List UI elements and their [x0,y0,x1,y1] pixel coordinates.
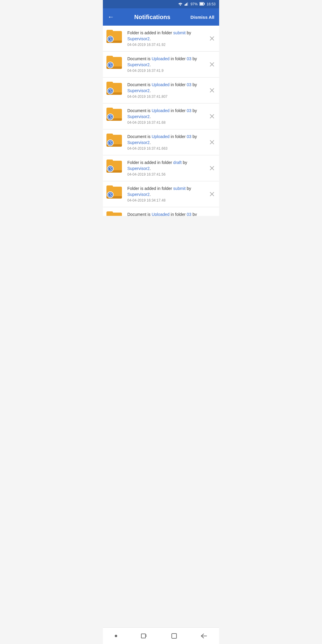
notification-highlight-text: 03 [187,212,191,216]
signal-icon [185,2,189,7]
notification-timestamp: 04-04-2019 16:37:41.56 [127,172,207,177]
notification-message: Document is Uploaded in folder 03 by Sup… [127,82,207,94]
back-button[interactable]: ← [108,13,114,21]
wifi-icon [178,2,183,7]
notification-message: Document is Uploaded in folder 03 by Sup… [127,56,207,68]
notification-folder-icon [106,185,124,203]
app-header: ← Notifications Dismiss All [103,8,219,26]
notification-content: Folder is added in folder draft by Super… [127,160,216,177]
notification-timestamp: 04-04-2019 16:37:41.663 [127,146,207,151]
svg-rect-0 [185,4,185,6]
notification-timestamp: 04-04-2019 16:37:41.68 [127,120,207,125]
notification-highlight-text: Supervisor2 [127,166,150,171]
notification-folder-icon [106,211,124,216]
notification-item: Folder is added in folder draft by Super… [103,155,219,181]
notification-timestamp: 04-04-2019 16:37:41.92 [127,43,207,47]
time-display: 16:53 [207,2,216,6]
notification-highlight-text: Uploaded [152,212,170,216]
notification-highlight-text: 03 [187,134,191,139]
notification-message: Document is Uploaded in folder 03 by Sup… [127,212,207,216]
notification-content: Document is Uploaded in folder 03 by Sup… [127,108,216,125]
notification-highlight-text: Supervisor2 [127,140,150,145]
notification-message: Folder is added in folder submit by Supe… [127,30,207,42]
notification-dismiss-button[interactable] [208,87,216,94]
notification-content: Document is Uploaded in folder 03 by Sup… [127,56,216,73]
notification-items-container: Folder is added in folder submit by Supe… [103,26,219,216]
svg-line-19 [110,91,111,92]
svg-rect-2 [186,3,187,6]
battery-icon [199,2,205,7]
svg-line-39 [110,195,111,196]
notification-content: Folder is added in folder submit by Supe… [127,30,216,47]
dismiss-all-button[interactable]: Dismiss All [191,15,214,20]
notification-item: Folder is added in folder submit by Supe… [103,181,219,207]
notification-highlight-text: Supervisor2 [127,62,150,67]
notification-message: Folder is added in folder submit by Supe… [127,186,207,197]
notification-content: Folder is added in folder submit by Supe… [127,186,216,202]
notification-highlight-text: Supervisor2 [127,114,150,119]
notification-list: Folder is added in folder submit by Supe… [103,26,219,216]
notification-content: Document is Uploaded in folder 03 by Sup… [127,82,216,99]
svg-rect-5 [204,3,205,4]
notification-highlight-text: submit [173,30,185,35]
svg-rect-6 [200,3,203,5]
notification-content: Document is Uploaded in folder 03 by Sup… [127,212,216,216]
notification-highlight-text: Uploaded [152,56,170,61]
battery-text: 97% [191,2,198,6]
notification-highlight-text: Supervisor2 [127,88,150,93]
notification-item: Document is Uploaded in folder 03 by Sup… [103,78,219,103]
notification-dismiss-button[interactable] [208,165,216,172]
notification-folder-icon [106,82,124,99]
status-bar: 97% 16:53 [103,0,219,8]
notification-item: Document is Uploaded in folder 03 by Sup… [103,207,219,216]
notification-highlight-text: 03 [187,82,191,87]
notification-timestamp: 04-04-2019 16:34:17.48 [127,198,207,202]
notification-timestamp: 04-04-2019 16:37:41.9 [127,69,207,73]
notification-timestamp: 04-04-2019 16:37:41.807 [127,95,207,99]
svg-rect-3 [187,2,188,6]
notification-folder-icon [106,56,124,73]
notification-dismiss-button[interactable] [208,113,216,120]
notification-highlight-text: Supervisor2 [127,36,150,41]
page-title: Notifications [114,14,191,21]
notification-folder-icon [106,30,124,47]
notification-highlight-text: submit [173,186,185,191]
notification-item: Document is Uploaded in folder 03 by Sup… [103,52,219,78]
notification-highlight-text: 03 [187,108,191,113]
notification-item: Document is Uploaded in folder 03 by Sup… [103,103,219,129]
notification-highlight-text: 03 [187,56,191,61]
notification-dismiss-button[interactable] [208,139,216,146]
notification-dismiss-button[interactable] [208,35,216,42]
notification-message: Folder is added in folder draft by Super… [127,160,207,171]
svg-line-29 [110,143,111,144]
svg-line-14 [110,65,111,66]
notification-highlight-text: draft [173,160,182,165]
notification-message: Document is Uploaded in folder 03 by Sup… [127,134,207,145]
notification-dismiss-button[interactable] [208,61,216,68]
notification-item: Folder is added in folder submit by Supe… [103,26,219,52]
notification-item: Document is Uploaded in folder 03 by Sup… [103,129,219,155]
notification-dismiss-button[interactable] [208,191,216,198]
notification-highlight-text: Supervisor2 [127,192,150,197]
svg-rect-1 [185,4,186,6]
notification-folder-icon [106,160,124,177]
notification-folder-icon [106,134,124,151]
svg-line-34 [110,169,111,170]
notification-highlight-text: Uploaded [152,108,170,113]
notification-content: Document is Uploaded in folder 03 by Sup… [127,134,216,151]
svg-line-24 [110,117,111,118]
notification-folder-icon [106,108,124,125]
notification-highlight-text: Uploaded [152,134,170,139]
notification-highlight-text: Uploaded [152,82,170,87]
svg-line-9 [110,39,111,40]
notification-message: Document is Uploaded in folder 03 by Sup… [127,108,207,120]
